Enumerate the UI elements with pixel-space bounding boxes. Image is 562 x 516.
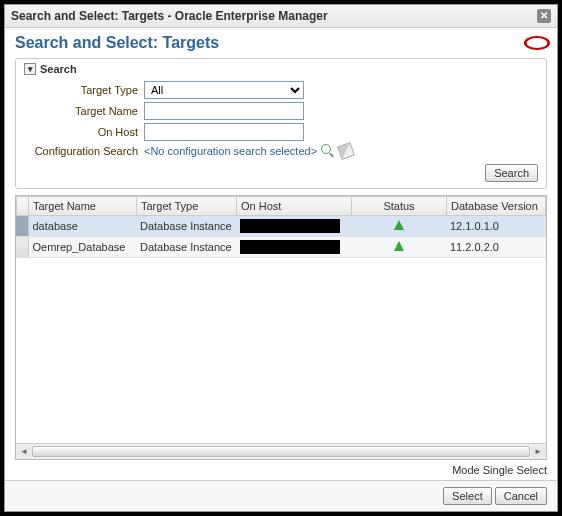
- status-up-icon: [394, 220, 404, 230]
- mode-value: Single Select: [483, 464, 547, 476]
- cell-target-name: database: [28, 216, 136, 237]
- target-type-select[interactable]: All: [144, 81, 304, 99]
- mode-row: Mode Single Select: [5, 460, 557, 480]
- horizontal-scrollbar[interactable]: ◄ ►: [16, 443, 546, 459]
- eraser-icon[interactable]: [337, 142, 355, 160]
- search-button[interactable]: Search: [485, 164, 538, 182]
- col-target-name[interactable]: Target Name: [29, 197, 137, 216]
- redacted-host: [240, 219, 340, 233]
- disclose-icon[interactable]: ▾: [24, 63, 36, 75]
- results-grid: Target Name Target Type On Host Status D…: [15, 195, 547, 460]
- header-row: Search and Select: Targets: [5, 28, 557, 56]
- on-host-input[interactable]: [144, 123, 304, 141]
- search-panel: ▾ Search Target Type All Target Name On …: [15, 58, 547, 189]
- target-type-label: Target Type: [24, 84, 144, 96]
- row-handle[interactable]: [16, 216, 28, 237]
- scroll-left-icon[interactable]: ◄: [17, 446, 31, 457]
- col-db-version[interactable]: Database Version: [447, 197, 546, 216]
- redacted-host: [240, 240, 340, 254]
- cell-db-version: 11.2.0.2.0: [446, 237, 546, 258]
- target-name-label: Target Name: [24, 105, 144, 117]
- titlebar: Search and Select: Targets - Oracle Ente…: [5, 5, 557, 28]
- page-title: Search and Select: Targets: [15, 34, 219, 52]
- col-target-type[interactable]: Target Type: [137, 197, 237, 216]
- col-status[interactable]: Status: [352, 197, 447, 216]
- config-search-value: <No configuration search selected>: [144, 145, 317, 157]
- cell-status: [351, 216, 446, 237]
- select-button[interactable]: Select: [443, 487, 492, 505]
- target-name-input[interactable]: [144, 102, 304, 120]
- search-icon[interactable]: [321, 144, 335, 158]
- config-search-label: Configuration Search: [24, 145, 144, 157]
- cell-db-version: 12.1.0.1.0: [446, 216, 546, 237]
- search-section-header[interactable]: ▾ Search: [24, 63, 538, 75]
- search-section-label: Search: [40, 63, 77, 75]
- dialog-footer: Select Cancel: [5, 480, 557, 511]
- table-row[interactable]: database Database Instance 12.1.0.1.0: [16, 216, 546, 237]
- scroll-right-icon[interactable]: ►: [531, 446, 545, 457]
- table-row[interactable]: Oemrep_Database Database Instance 11.2.0…: [16, 237, 546, 258]
- oracle-logo-icon: [524, 36, 550, 50]
- mode-label: Mode: [452, 464, 480, 476]
- on-host-label: On Host: [24, 126, 144, 138]
- scroll-thumb[interactable]: [32, 446, 530, 457]
- cell-target-name: Oemrep_Database: [28, 237, 136, 258]
- close-icon[interactable]: ✕: [537, 9, 551, 23]
- col-selector: [17, 197, 29, 216]
- cell-target-type: Database Instance: [136, 216, 236, 237]
- dialog-window: Search and Select: Targets - Oracle Ente…: [4, 4, 558, 512]
- cell-target-type: Database Instance: [136, 237, 236, 258]
- cell-status: [351, 237, 446, 258]
- grid-header-row: Target Name Target Type On Host Status D…: [17, 197, 546, 216]
- status-up-icon: [394, 241, 404, 251]
- window-title: Search and Select: Targets - Oracle Ente…: [11, 9, 328, 23]
- row-handle[interactable]: [16, 237, 28, 258]
- cancel-button[interactable]: Cancel: [495, 487, 547, 505]
- cell-on-host: [236, 237, 351, 258]
- col-on-host[interactable]: On Host: [237, 197, 352, 216]
- cell-on-host: [236, 216, 351, 237]
